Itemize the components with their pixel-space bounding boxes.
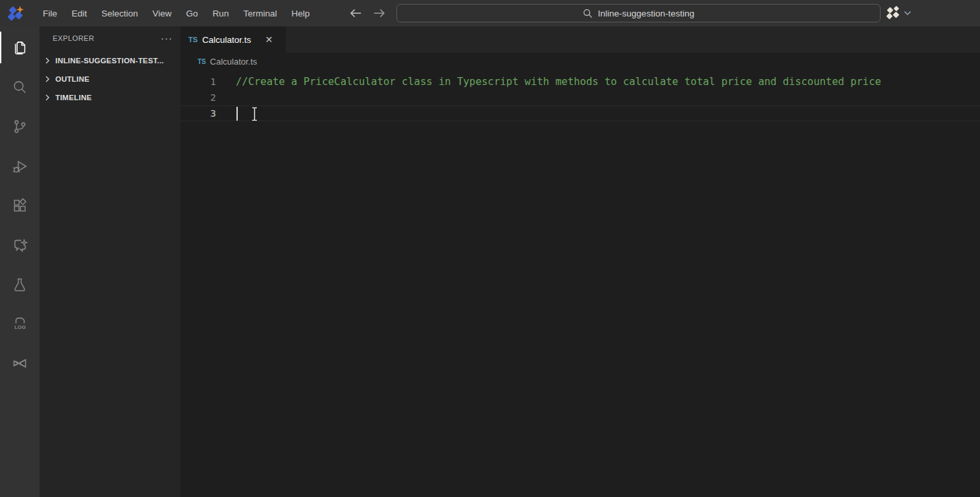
close-icon[interactable]: ✕ bbox=[262, 33, 275, 46]
menu-view[interactable]: View bbox=[146, 0, 179, 26]
extensions-icon bbox=[11, 197, 28, 214]
activity-bar: LOG bbox=[0, 26, 40, 497]
sidebar-title: EXPLORER bbox=[53, 34, 94, 42]
sidebar-header: EXPLORER ··· bbox=[40, 26, 180, 49]
tab-calculator-ts[interactable]: TS Calculator.ts ✕ bbox=[180, 26, 286, 53]
code-line-1: 1 //Create a PriceCalculator class in Ty… bbox=[180, 74, 980, 90]
code-editor[interactable]: 1 //Create a PriceCalculator class in Ty… bbox=[180, 70, 980, 497]
chat-sparkle-icon bbox=[11, 237, 29, 254]
typescript-file-icon: TS bbox=[188, 36, 198, 44]
breadcrumb-file: Calculator.ts bbox=[210, 57, 258, 67]
forward-button[interactable] bbox=[371, 5, 387, 21]
sidebar-explorer-pane: EXPLORER ··· INLINE-SUGGESTION-TEST... O… bbox=[40, 26, 180, 497]
chevron-down-icon bbox=[904, 11, 912, 16]
code-comment: //Create a PriceCalculator class in Type… bbox=[216, 74, 881, 90]
menu-file[interactable]: File bbox=[36, 0, 65, 26]
text-caret bbox=[236, 107, 238, 121]
beaker-icon bbox=[11, 276, 28, 293]
chevron-right-icon bbox=[42, 74, 53, 84]
extension-toolbar-button[interactable] bbox=[886, 0, 912, 26]
activitybar-ai-chat[interactable] bbox=[0, 232, 40, 258]
timeline-section-label: TIMELINE bbox=[55, 94, 92, 102]
activitybar-infinity-logo[interactable] bbox=[0, 350, 40, 376]
line-number: 2 bbox=[180, 90, 216, 105]
activitybar-explorer[interactable] bbox=[0, 34, 40, 61]
sidebar-item-outline[interactable]: OUTLINE bbox=[40, 72, 180, 86]
menu-terminal[interactable]: Terminal bbox=[236, 0, 284, 26]
activitybar-source-control[interactable] bbox=[0, 113, 40, 140]
activitybar-extensions[interactable] bbox=[0, 192, 40, 219]
breadcrumb[interactable]: TS Calculator.ts bbox=[180, 53, 980, 70]
activitybar-run-debug[interactable] bbox=[0, 153, 40, 179]
sidebar-item-folder[interactable]: INLINE-SUGGESTION-TEST... bbox=[40, 53, 180, 68]
run-and-debug-icon bbox=[11, 158, 29, 175]
outline-section-label: OUTLINE bbox=[55, 75, 90, 83]
source-control-icon bbox=[11, 118, 28, 135]
files-icon bbox=[11, 39, 28, 56]
search-icon bbox=[583, 9, 593, 18]
workbench: LOG EXPLORER ··· INLINE-SUGGE bbox=[0, 26, 980, 497]
menubar: File Edit Selection View Go Run Terminal… bbox=[36, 0, 317, 26]
activitybar-testing[interactable] bbox=[0, 272, 40, 298]
sidebar-item-timeline[interactable]: TIMELINE bbox=[40, 90, 180, 105]
chevron-right-icon bbox=[42, 92, 53, 103]
command-center-search[interactable]: Inline-suggestion-testing bbox=[396, 4, 881, 22]
log-output-icon: LOG bbox=[11, 314, 29, 332]
code-line-2: 2 bbox=[180, 90, 980, 105]
titlebar: File Edit Selection View Go Run Terminal… bbox=[0, 0, 980, 26]
menu-go[interactable]: Go bbox=[179, 0, 205, 26]
arrow-right-icon bbox=[373, 9, 385, 18]
infinity-logo-icon bbox=[11, 354, 29, 372]
more-actions-icon[interactable]: ··· bbox=[161, 35, 173, 42]
folder-section-label: INLINE-SUGGESTION-TEST... bbox=[55, 57, 164, 65]
tab-label: Calculator.ts bbox=[202, 35, 251, 45]
tab-bar: TS Calculator.ts ✕ bbox=[180, 26, 980, 53]
chevron-right-icon bbox=[42, 55, 53, 66]
menu-selection[interactable]: Selection bbox=[94, 0, 146, 26]
menu-edit[interactable]: Edit bbox=[65, 0, 94, 26]
line-number-active: 3 bbox=[180, 105, 216, 121]
logo-spark-icon bbox=[16, 6, 24, 13]
arrow-left-icon bbox=[350, 9, 362, 18]
menu-help[interactable]: Help bbox=[284, 0, 317, 26]
search-icon bbox=[11, 78, 28, 96]
line-number: 1 bbox=[180, 74, 216, 90]
activitybar-search[interactable] bbox=[0, 74, 40, 100]
activitybar-output-log[interactable]: LOG bbox=[0, 310, 40, 336]
diamond-cluster-icon bbox=[886, 6, 901, 20]
menu-run[interactable]: Run bbox=[205, 0, 236, 26]
app-logo-icon bbox=[8, 5, 24, 21]
history-navigation bbox=[348, 0, 387, 26]
back-button[interactable] bbox=[348, 5, 364, 21]
typescript-file-icon: TS bbox=[198, 58, 206, 65]
vscode-window: File Edit Selection View Go Run Terminal… bbox=[0, 0, 980, 497]
mouse-ibeam-cursor bbox=[250, 106, 259, 125]
editor-group: TS Calculator.ts ✕ TS Calculator.ts 1 //… bbox=[180, 26, 980, 497]
code-line-3-current: 3 bbox=[180, 105, 980, 121]
svg-text:LOG: LOG bbox=[14, 324, 25, 330]
command-center-value: Inline-suggestion-testing bbox=[598, 9, 694, 18]
